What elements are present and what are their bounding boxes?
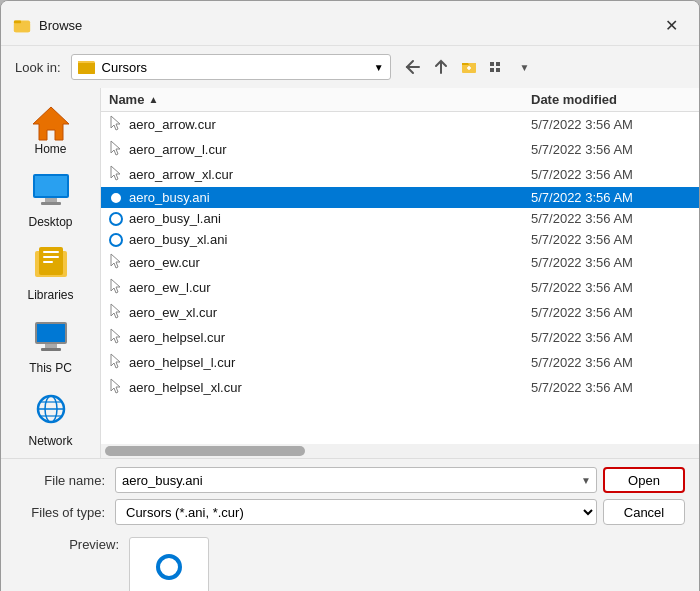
sidebar-item-home[interactable]: Home [9, 96, 93, 162]
file-list[interactable]: aero_arrow.cur 5/7/2022 3:56 AM aero_arr… [101, 112, 699, 444]
title-bar-left: Browse [13, 16, 82, 34]
column-name-header[interactable]: Name ▲ [109, 92, 531, 107]
svg-rect-14 [45, 198, 57, 202]
sort-icon: ▲ [148, 94, 158, 105]
svg-marker-34 [111, 279, 120, 293]
network-icon [32, 391, 70, 430]
sidebar-item-home-label: Home [34, 142, 66, 156]
close-button[interactable]: ✕ [657, 11, 685, 39]
file-date: 5/7/2022 3:56 AM [531, 255, 691, 270]
file-date: 5/7/2022 3:56 AM [531, 232, 691, 247]
open-button[interactable]: Open [603, 467, 685, 493]
sidebar-item-network-label: Network [28, 434, 72, 448]
svg-rect-22 [37, 324, 65, 342]
cur-file-icon [109, 165, 123, 184]
sidebar-item-desktop[interactable]: Desktop [9, 166, 93, 235]
new-folder-button[interactable] [457, 55, 481, 79]
column-name-label: Name [109, 92, 144, 107]
ani-file-icon [109, 233, 123, 247]
svg-marker-11 [33, 107, 69, 140]
filetype-select[interactable]: Cursors (*.ani, *.cur) [115, 499, 597, 525]
preview-label: Preview: [29, 537, 119, 552]
filename-input[interactable] [115, 467, 597, 493]
file-date: 5/7/2022 3:56 AM [531, 167, 691, 182]
filename-input-wrap: ▼ Open [115, 467, 685, 493]
sidebar: Home Desktop [1, 88, 101, 458]
file-name: aero_busy.ani [129, 190, 531, 205]
table-row[interactable]: aero_helpsel_l.cur 5/7/2022 3:56 AM [101, 350, 699, 375]
file-panel: Name ▲ Date modified aero_arrow.cur 5 [101, 88, 699, 458]
look-in-value: Cursors [102, 60, 368, 75]
sidebar-item-thispc[interactable]: This PC [9, 312, 93, 381]
table-row[interactable]: aero_ew_l.cur 5/7/2022 3:56 AM [101, 275, 699, 300]
title-bar: Browse ✕ [1, 1, 699, 46]
table-row[interactable]: aero_busy_xl.ani 5/7/2022 3:56 AM [101, 229, 699, 250]
file-date: 5/7/2022 3:56 AM [531, 211, 691, 226]
look-in-dropdown[interactable]: Cursors ▼ [71, 54, 391, 80]
dialog-title: Browse [39, 18, 82, 33]
horizontal-scrollbar[interactable] [101, 444, 699, 458]
file-name: aero_helpsel_xl.cur [129, 380, 531, 395]
table-row[interactable]: aero_busy_l.ani 5/7/2022 3:56 AM [101, 208, 699, 229]
file-date: 5/7/2022 3:56 AM [531, 117, 691, 132]
filename-label: File name: [15, 473, 105, 488]
file-name: aero_arrow.cur [129, 117, 531, 132]
cur-file-icon [109, 278, 123, 297]
folder-icon [78, 58, 96, 77]
column-date-header[interactable]: Date modified [531, 92, 691, 107]
filetype-label: Files of type: [15, 505, 105, 520]
bottom-area: File name: ▼ Open Files of type: Cursors… [1, 458, 699, 591]
cancel-button[interactable]: Cancel [603, 499, 685, 525]
sidebar-item-network[interactable]: Network [9, 385, 93, 454]
sidebar-item-libraries[interactable]: Libraries [9, 239, 93, 308]
svg-rect-10 [496, 68, 500, 72]
svg-rect-23 [45, 344, 57, 348]
file-date: 5/7/2022 3:56 AM [531, 280, 691, 295]
nav-back-button[interactable] [401, 55, 425, 79]
svg-marker-37 [111, 354, 120, 368]
ani-file-icon [109, 191, 123, 205]
table-row[interactable]: aero_helpsel_xl.cur 5/7/2022 3:56 AM [101, 375, 699, 400]
view-dropdown-button[interactable]: ▼ [513, 55, 537, 79]
svg-marker-31 [111, 141, 120, 155]
look-in-bar: Look in: Cursors ▼ [1, 46, 699, 88]
table-row[interactable]: aero_ew.cur 5/7/2022 3:56 AM [101, 250, 699, 275]
table-row[interactable]: aero_helpsel.cur 5/7/2022 3:56 AM [101, 325, 699, 350]
svg-rect-8 [496, 62, 500, 66]
ani-file-icon [109, 212, 123, 226]
filetype-input-wrap: Cursors (*.ani, *.cur) Cancel [115, 499, 685, 525]
table-row[interactable]: aero_busy.ani 5/7/2022 3:56 AM [101, 187, 699, 208]
svg-rect-7 [490, 62, 494, 66]
file-date: 5/7/2022 3:56 AM [531, 190, 691, 205]
file-date: 5/7/2022 3:56 AM [531, 355, 691, 370]
file-name: aero_ew_l.cur [129, 280, 531, 295]
sidebar-item-thispc-label: This PC [29, 361, 72, 375]
file-name: aero_arrow_xl.cur [129, 167, 531, 182]
horizontal-scrollbar-thumb[interactable] [105, 446, 305, 456]
preview-box [129, 537, 209, 591]
file-date: 5/7/2022 3:56 AM [531, 305, 691, 320]
browse-dialog: Browse ✕ Look in: Cursors ▼ [0, 0, 700, 591]
nav-up-button[interactable] [429, 55, 453, 79]
table-row[interactable]: aero_ew_xl.cur 5/7/2022 3:56 AM [101, 300, 699, 325]
sidebar-item-libraries-label: Libraries [27, 288, 73, 302]
table-row[interactable]: aero_arrow_xl.cur 5/7/2022 3:56 AM [101, 162, 699, 187]
cur-file-icon [109, 253, 123, 272]
svg-marker-36 [111, 329, 120, 343]
filename-row: File name: ▼ Open [15, 467, 685, 493]
svg-marker-33 [111, 254, 120, 268]
table-row[interactable]: aero_arrow_l.cur 5/7/2022 3:56 AM [101, 137, 699, 162]
cur-file-icon [109, 303, 123, 322]
cur-file-icon [109, 378, 123, 397]
file-name: aero_arrow_l.cur [129, 142, 531, 157]
file-name: aero_busy_xl.ani [129, 232, 531, 247]
svg-rect-13 [35, 176, 67, 196]
file-header: Name ▲ Date modified [101, 88, 699, 112]
svg-rect-20 [43, 261, 53, 263]
cur-file-icon [109, 328, 123, 347]
table-row[interactable]: aero_arrow.cur 5/7/2022 3:56 AM [101, 112, 699, 137]
file-name: aero_ew.cur [129, 255, 531, 270]
svg-rect-2 [14, 21, 21, 24]
view-menu-button[interactable] [485, 55, 509, 79]
svg-marker-32 [111, 166, 120, 180]
